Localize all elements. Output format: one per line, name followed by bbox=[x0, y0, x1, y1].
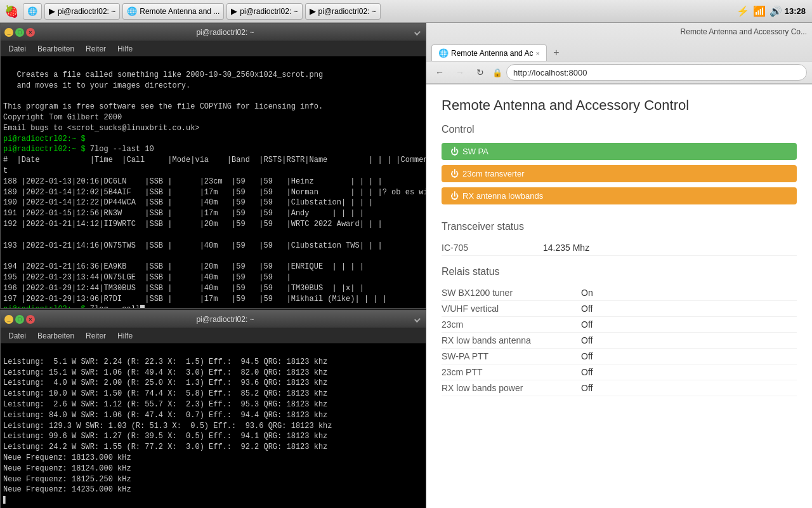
close-button-bottom[interactable]: × bbox=[26, 315, 35, 324]
tab-label: Remote Antenna and Ac bbox=[451, 49, 533, 58]
back-button[interactable]: ← bbox=[431, 64, 448, 81]
control-section: Control ⏻ SW PA ⏻ 23cm transverter ⏻ RX … bbox=[442, 124, 797, 208]
relais-row-4: SW-PA PTT Off bbox=[442, 349, 797, 364]
tb-remote-label: Remote Antenna and ... bbox=[140, 7, 219, 16]
page-title: Remote Antenna and Accessory Control bbox=[442, 97, 797, 114]
menu-reiter-top[interactable]: Reiter bbox=[81, 43, 111, 55]
terminal-top-menubar: Datei Bearbeiten Reiter Hilfe bbox=[1, 41, 426, 57]
menu-datei-bottom[interactable]: Datei bbox=[3, 330, 31, 342]
new-tab-button[interactable]: + bbox=[548, 44, 565, 61]
terminal-top-titlebar: _ □ × pi@radioctrl02: ~ bbox=[1, 23, 426, 41]
relais-value-2: Off bbox=[581, 319, 593, 330]
tab-close-button[interactable]: × bbox=[535, 50, 539, 57]
terminal-top-controls: _ □ × bbox=[4, 28, 35, 37]
rx-antenna-label: RX antenna lowbands bbox=[462, 191, 543, 201]
terminal-bottom-title: pi@radioctrl02: ~ bbox=[37, 315, 413, 324]
terminal-bottom-titlebar: _ □ × pi@radioctrl02: ~ bbox=[1, 311, 426, 328]
relais-value-3: Off bbox=[581, 335, 593, 345]
tb-btn-term2[interactable]: ▶ pi@radioctrl02: ~ bbox=[226, 3, 302, 20]
desktop: _ □ × pi@radioctrl02: ~ Datei Bearbeiten… bbox=[0, 23, 812, 508]
transceiver-label-0: IC-705 bbox=[442, 243, 543, 253]
raspberry-icon[interactable]: 🍓 bbox=[3, 3, 20, 20]
menu-datei-top[interactable]: Datei bbox=[3, 43, 31, 55]
term-top-prompt2: pi@radioctrl02:~ $ bbox=[3, 145, 86, 154]
term-top-line-1: Creates a file called something like 200… bbox=[3, 70, 323, 133]
terminal-icon-1: ▶ bbox=[49, 6, 55, 16]
control-buttons: ⏻ SW PA ⏻ 23cm transverter ⏻ RX antenna … bbox=[442, 143, 797, 208]
menu-bearbeiten-top[interactable]: Bearbeiten bbox=[32, 43, 79, 55]
relais-row-2: 23cm Off bbox=[442, 317, 797, 333]
transceiver-section: Transceiver status IC-705 14.235 Mhz bbox=[442, 221, 797, 256]
refresh-button[interactable]: ↻ bbox=[472, 64, 488, 81]
system-tray: ⚡ 📶 🔊 bbox=[737, 5, 782, 17]
relais-section-title: Relais status bbox=[442, 266, 797, 277]
transverter-icon: ⏻ bbox=[450, 169, 459, 178]
minimize-button-top[interactable]: _ bbox=[4, 28, 13, 37]
cursor-bottom: ▌ bbox=[3, 495, 423, 506]
lock-icon: 🔒 bbox=[492, 68, 502, 77]
relais-value-4: Off bbox=[581, 351, 593, 361]
minimize-button-bottom[interactable]: _ bbox=[4, 315, 13, 324]
term-top-prompt3: pi@radioctrl02:~ $ bbox=[3, 305, 86, 308]
tb-term3-label: pi@radioctrl02: ~ bbox=[318, 7, 376, 16]
terminal-bottom-menubar: Datei Bearbeiten Reiter Hilfe bbox=[1, 328, 426, 344]
terminal-bottom-controls: _ □ × bbox=[4, 315, 35, 324]
volume-icon[interactable]: 🔊 bbox=[769, 5, 782, 17]
rx-antenna-button[interactable]: ⏻ RX antenna lowbands bbox=[442, 187, 797, 204]
terminal-top-title: pi@radioctrl02: ~ bbox=[37, 28, 413, 37]
globe-icon: 🌐 bbox=[27, 6, 37, 16]
term-top-cmd1: 7log --last 10 # |Date |Time |Call |Mode… bbox=[3, 145, 426, 303]
clock: 13:28 bbox=[785, 6, 809, 16]
term-top-prompt1: pi@radioctrl02:~ $ bbox=[3, 135, 86, 144]
term-top-cmd2: 7log --call bbox=[86, 305, 140, 308]
browser-title-bar: Remote Antenna and Accessory Co... bbox=[426, 23, 812, 41]
terminal-bottom-body[interactable]: Leistung: 5.1 W SWR: 2.24 (R: 22.3 X: 1.… bbox=[1, 344, 426, 508]
terminal-area: _ □ × pi@radioctrl02: ~ Datei Bearbeiten… bbox=[0, 23, 426, 508]
menu-hilfe-top[interactable]: Hilfe bbox=[112, 43, 138, 55]
relais-label-0: SW BX1200 tuner bbox=[442, 288, 581, 298]
tb-btn-term3[interactable]: ▶ pi@radioctrl02: ~ bbox=[305, 3, 381, 20]
menu-bearbeiten-bottom[interactable]: Bearbeiten bbox=[32, 330, 79, 342]
tab-favicon: 🌐 bbox=[438, 48, 449, 58]
relais-row-5: 23cm PTT Off bbox=[442, 364, 797, 380]
term-bottom-content: Leistung: 5.1 W SWR: 2.24 (R: 22.3 X: 1.… bbox=[3, 358, 332, 495]
tb-term1-label: pi@radioctrl02: ~ bbox=[58, 7, 115, 16]
relais-row-3: RX low bands antenna Off bbox=[442, 333, 797, 349]
sw-pa-button[interactable]: ⏻ SW PA bbox=[442, 143, 797, 160]
forward-button[interactable]: → bbox=[452, 64, 468, 81]
browser-page: Remote Antenna and Accessory Control Con… bbox=[426, 84, 812, 508]
address-bar[interactable] bbox=[506, 64, 807, 81]
relais-label-3: RX low bands antenna bbox=[442, 335, 581, 345]
browser-area: Remote Antenna and Accessory Co... 🌐 Rem… bbox=[426, 23, 812, 508]
menu-hilfe-bottom[interactable]: Hilfe bbox=[112, 330, 138, 342]
relais-label-4: SW-PA PTT bbox=[442, 351, 581, 361]
relais-row-0: SW BX1200 tuner On bbox=[442, 285, 797, 301]
browser-icon: 🌐 bbox=[127, 6, 137, 16]
scroll-indicator-bottom bbox=[414, 316, 421, 323]
wifi-icon[interactable]: 📶 bbox=[753, 5, 766, 17]
terminal-icon-3: ▶ bbox=[310, 6, 316, 16]
browser-chrome: Remote Antenna and Accessory Co... 🌐 Rem… bbox=[426, 23, 812, 84]
maximize-button-bottom[interactable]: □ bbox=[15, 315, 24, 324]
maximize-button-top[interactable]: □ bbox=[15, 28, 24, 37]
tb-btn-browser[interactable]: 🌐 Remote Antenna and ... bbox=[122, 3, 224, 20]
transceiver-section-title: Transceiver status bbox=[442, 221, 797, 232]
taskbar: 🍓 🌐 ▶ pi@radioctrl02: ~ 🌐 Remote Antenna… bbox=[0, 0, 812, 23]
browser-tab-active[interactable]: 🌐 Remote Antenna and Ac × bbox=[431, 44, 547, 61]
bluetooth-icon[interactable]: ⚡ bbox=[737, 5, 749, 17]
menu-reiter-bottom[interactable]: Reiter bbox=[81, 330, 111, 342]
relais-label-2: 23cm bbox=[442, 319, 581, 330]
relais-label-5: 23cm PTT bbox=[442, 367, 581, 377]
relais-value-1: Off bbox=[581, 304, 593, 314]
tb-btn-globe[interactable]: 🌐 bbox=[23, 3, 42, 20]
relais-label-6: RX low bands power bbox=[442, 383, 581, 393]
browser-tab-bar: 🌐 Remote Antenna and Ac × + bbox=[426, 41, 812, 61]
tb-btn-term1[interactable]: ▶ pi@radioctrl02: ~ bbox=[44, 3, 120, 20]
terminal-top-body[interactable]: Creates a file called something like 200… bbox=[1, 57, 426, 308]
cursor-top bbox=[140, 305, 145, 308]
close-button-top[interactable]: × bbox=[26, 28, 35, 37]
rx-antenna-icon: ⏻ bbox=[450, 191, 459, 201]
transverter-button[interactable]: ⏻ 23cm transverter bbox=[442, 165, 797, 182]
relais-value-5: Off bbox=[581, 367, 593, 377]
relais-row-6: RX low bands power Off bbox=[442, 380, 797, 396]
